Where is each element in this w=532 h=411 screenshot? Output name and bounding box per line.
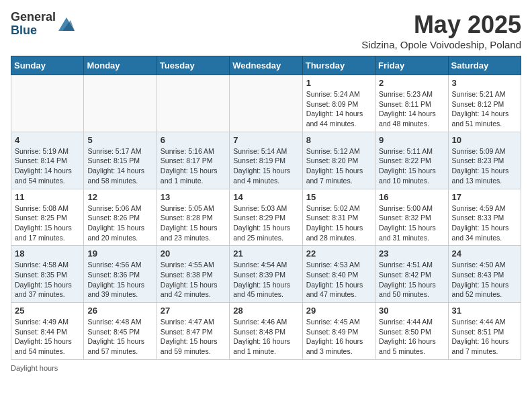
calendar-cell: 7Sunrise: 5:14 AM Sunset: 8:19 PM Daylig… <box>230 132 302 189</box>
calendar-cell: 1Sunrise: 5:24 AM Sunset: 8:09 PM Daylig… <box>302 75 375 132</box>
calendar-cell: 13Sunrise: 5:05 AM Sunset: 8:28 PM Dayli… <box>157 189 229 246</box>
day-number: 15 <box>306 192 371 202</box>
title-block: May 2025 Sidzina, Opole Voivodeship, Pol… <box>361 11 521 50</box>
weekday-header: Tuesday <box>157 56 229 75</box>
day-number: 23 <box>379 248 444 259</box>
day-number: 28 <box>233 306 298 316</box>
calendar-cell: 18Sunrise: 4:58 AM Sunset: 8:35 PM Dayli… <box>11 246 84 303</box>
footer: Daylight hours <box>11 364 521 372</box>
day-number: 24 <box>452 248 517 259</box>
day-number: 21 <box>233 248 298 259</box>
weekday-header: Wednesday <box>230 56 302 75</box>
day-info: Sunrise: 4:54 AM Sunset: 8:39 PM Dayligh… <box>233 260 298 300</box>
day-info: Sunrise: 4:45 AM Sunset: 8:49 PM Dayligh… <box>306 317 371 357</box>
calendar-cell <box>84 75 157 132</box>
day-info: Sunrise: 4:51 AM Sunset: 8:42 PM Dayligh… <box>379 260 444 300</box>
day-info: Sunrise: 5:11 AM Sunset: 8:22 PM Dayligh… <box>379 146 444 186</box>
calendar-cell: 25Sunrise: 4:49 AM Sunset: 8:44 PM Dayli… <box>11 303 84 360</box>
calendar-cell: 8Sunrise: 5:12 AM Sunset: 8:20 PM Daylig… <box>302 132 375 189</box>
calendar-cell: 12Sunrise: 5:06 AM Sunset: 8:26 PM Dayli… <box>84 189 157 246</box>
day-info: Sunrise: 5:14 AM Sunset: 8:19 PM Dayligh… <box>233 146 298 186</box>
calendar-cell: 20Sunrise: 4:55 AM Sunset: 8:38 PM Dayli… <box>157 246 229 303</box>
calendar-cell: 9Sunrise: 5:11 AM Sunset: 8:22 PM Daylig… <box>375 132 448 189</box>
calendar-cell: 11Sunrise: 5:08 AM Sunset: 8:25 PM Dayli… <box>11 189 84 246</box>
day-info: Sunrise: 4:58 AM Sunset: 8:35 PM Dayligh… <box>15 260 80 300</box>
day-number: 18 <box>15 248 80 259</box>
calendar-cell <box>157 75 229 132</box>
calendar-cell: 19Sunrise: 4:56 AM Sunset: 8:36 PM Dayli… <box>84 246 157 303</box>
day-info: Sunrise: 4:47 AM Sunset: 8:47 PM Dayligh… <box>161 317 226 357</box>
day-info: Sunrise: 5:09 AM Sunset: 8:23 PM Dayligh… <box>452 146 517 186</box>
day-number: 1 <box>306 78 371 88</box>
day-number: 6 <box>161 135 226 145</box>
day-info: Sunrise: 5:05 AM Sunset: 8:28 PM Dayligh… <box>161 203 226 243</box>
weekday-header: Thursday <box>302 56 375 75</box>
day-info: Sunrise: 4:50 AM Sunset: 8:43 PM Dayligh… <box>452 260 517 300</box>
day-info: Sunrise: 5:12 AM Sunset: 8:20 PM Dayligh… <box>306 146 371 186</box>
calendar-cell: 6Sunrise: 5:16 AM Sunset: 8:17 PM Daylig… <box>157 132 229 189</box>
day-number: 17 <box>452 192 517 202</box>
calendar-cell: 14Sunrise: 5:03 AM Sunset: 8:29 PM Dayli… <box>230 189 302 246</box>
day-info: Sunrise: 5:06 AM Sunset: 8:26 PM Dayligh… <box>87 203 152 243</box>
calendar-week-row: 1Sunrise: 5:24 AM Sunset: 8:09 PM Daylig… <box>11 75 521 132</box>
calendar-cell <box>230 75 302 132</box>
day-info: Sunrise: 5:23 AM Sunset: 8:11 PM Dayligh… <box>379 89 444 129</box>
day-info: Sunrise: 5:21 AM Sunset: 8:12 PM Dayligh… <box>452 89 517 129</box>
day-number: 19 <box>87 248 152 259</box>
day-number: 14 <box>233 192 298 202</box>
calendar-week-row: 11Sunrise: 5:08 AM Sunset: 8:25 PM Dayli… <box>11 189 521 246</box>
day-info: Sunrise: 5:16 AM Sunset: 8:17 PM Dayligh… <box>161 146 226 186</box>
day-number: 3 <box>452 78 517 88</box>
day-info: Sunrise: 4:44 AM Sunset: 8:51 PM Dayligh… <box>452 317 517 357</box>
calendar-cell: 21Sunrise: 4:54 AM Sunset: 8:39 PM Dayli… <box>230 246 302 303</box>
day-number: 26 <box>87 306 152 316</box>
day-number: 4 <box>15 135 80 145</box>
day-info: Sunrise: 5:17 AM Sunset: 8:15 PM Dayligh… <box>87 146 152 186</box>
day-info: Sunrise: 4:44 AM Sunset: 8:50 PM Dayligh… <box>379 317 444 357</box>
day-number: 11 <box>15 192 80 202</box>
calendar-cell: 2Sunrise: 5:23 AM Sunset: 8:11 PM Daylig… <box>375 75 448 132</box>
day-number: 8 <box>306 135 371 145</box>
calendar-cell: 23Sunrise: 4:51 AM Sunset: 8:42 PM Dayli… <box>375 246 448 303</box>
calendar-cell: 4Sunrise: 5:19 AM Sunset: 8:14 PM Daylig… <box>11 132 84 189</box>
weekday-header: Sunday <box>11 56 84 75</box>
day-number: 27 <box>161 306 226 316</box>
location-subtitle: Sidzina, Opole Voivodeship, Poland <box>361 39 521 50</box>
day-info: Sunrise: 5:08 AM Sunset: 8:25 PM Dayligh… <box>15 203 80 243</box>
calendar-table: SundayMondayTuesdayWednesdayThursdayFrid… <box>11 56 521 360</box>
calendar-cell: 17Sunrise: 4:59 AM Sunset: 8:33 PM Dayli… <box>448 189 521 246</box>
day-number: 31 <box>452 306 517 316</box>
day-number: 16 <box>379 192 444 202</box>
calendar-cell: 31Sunrise: 4:44 AM Sunset: 8:51 PM Dayli… <box>448 303 521 360</box>
calendar-cell: 22Sunrise: 4:53 AM Sunset: 8:40 PM Dayli… <box>302 246 375 303</box>
footer-text: Daylight hours <box>11 364 58 372</box>
weekday-header: Friday <box>375 56 448 75</box>
calendar-cell: 27Sunrise: 4:47 AM Sunset: 8:47 PM Dayli… <box>157 303 229 360</box>
day-info: Sunrise: 4:53 AM Sunset: 8:40 PM Dayligh… <box>306 260 371 300</box>
day-number: 2 <box>379 78 444 88</box>
weekday-header: Monday <box>84 56 157 75</box>
day-info: Sunrise: 5:03 AM Sunset: 8:29 PM Dayligh… <box>233 203 298 243</box>
logo-icon <box>58 17 75 31</box>
day-info: Sunrise: 5:19 AM Sunset: 8:14 PM Dayligh… <box>15 146 80 186</box>
day-number: 12 <box>87 192 152 202</box>
day-number: 5 <box>87 135 152 145</box>
calendar-cell: 10Sunrise: 5:09 AM Sunset: 8:23 PM Dayli… <box>448 132 521 189</box>
day-info: Sunrise: 5:02 AM Sunset: 8:31 PM Dayligh… <box>306 203 371 243</box>
day-info: Sunrise: 4:56 AM Sunset: 8:36 PM Dayligh… <box>87 260 152 300</box>
day-number: 30 <box>379 306 444 316</box>
day-number: 7 <box>233 135 298 145</box>
day-info: Sunrise: 4:49 AM Sunset: 8:44 PM Dayligh… <box>15 317 80 357</box>
logo-general-text: General <box>11 11 56 24</box>
page-header: General Blue May 2025 Sidzina, Opole Voi… <box>11 11 521 50</box>
calendar-cell: 16Sunrise: 5:00 AM Sunset: 8:32 PM Dayli… <box>375 189 448 246</box>
logo: General Blue <box>11 11 75 38</box>
calendar-week-row: 25Sunrise: 4:49 AM Sunset: 8:44 PM Dayli… <box>11 303 521 360</box>
logo-blue-text: Blue <box>11 24 56 38</box>
weekday-header-row: SundayMondayTuesdayWednesdayThursdayFrid… <box>11 56 521 75</box>
day-info: Sunrise: 4:59 AM Sunset: 8:33 PM Dayligh… <box>452 203 517 243</box>
day-number: 25 <box>15 306 80 316</box>
day-info: Sunrise: 5:24 AM Sunset: 8:09 PM Dayligh… <box>306 89 371 129</box>
calendar-week-row: 4Sunrise: 5:19 AM Sunset: 8:14 PM Daylig… <box>11 132 521 189</box>
day-number: 10 <box>452 135 517 145</box>
